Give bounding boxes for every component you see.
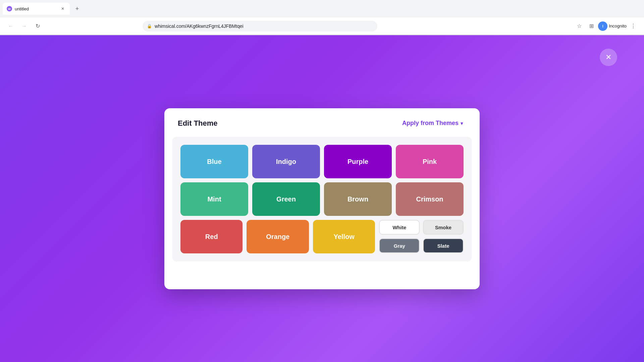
color-tile-red[interactable]: Red: [180, 220, 243, 253]
new-tab-button[interactable]: +: [72, 4, 82, 13]
extensions-button[interactable]: ⊞: [586, 21, 597, 32]
navigation-bar: ← → ↻ 🔒 whimsical.com/AKg6kwnzFgrnL4JFBM…: [0, 17, 644, 35]
address-bar[interactable]: 🔒 whimsical.com/AKg6kwnzFgrnL4JFBMtqei: [143, 21, 377, 32]
reload-button[interactable]: ↻: [32, 21, 43, 32]
color-tile-green[interactable]: Green: [252, 182, 320, 216]
tab-close-button[interactable]: ✕: [60, 6, 66, 12]
color-tile-mint[interactable]: Mint: [180, 182, 248, 216]
color-tile-crimson[interactable]: Crimson: [396, 182, 464, 216]
third-row: Red Orange Yellow White Smoke: [180, 220, 464, 253]
url-text: whimsical.com/AKg6kwnzFgrnL4JFBMtqei: [155, 23, 373, 29]
page-content: ✕ Edit Theme Apply from Themes ▾ Blue In…: [0, 35, 644, 362]
neutral-tile-smoke[interactable]: Smoke: [423, 220, 464, 235]
color-tile-purple[interactable]: Purple: [324, 145, 392, 178]
chevron-down-icon: ▾: [461, 121, 463, 126]
tab-title: untitled: [15, 6, 57, 11]
incognito-label[interactable]: Incognito: [609, 23, 627, 28]
modal-header: Edit Theme Apply from Themes ▾: [164, 108, 480, 137]
apply-from-themes-button[interactable]: Apply from Themes ▾: [399, 118, 466, 129]
warm-tiles: Red Orange Yellow: [180, 220, 375, 253]
browser-chrome: w untitled ✕ + ← → ↻ 🔒 whimsical.com/AKg…: [0, 0, 644, 35]
nav-right-controls: ☆ ⊞ I Incognito ⋮: [574, 21, 639, 32]
neutral-tile-gray[interactable]: Gray: [379, 238, 420, 253]
neutral-grid: White Smoke Gray Slate: [379, 220, 464, 253]
neutral-tile-white[interactable]: White: [379, 220, 420, 235]
back-button[interactable]: ←: [5, 21, 16, 32]
modal-title: Edit Theme: [178, 119, 218, 128]
menu-button[interactable]: ⋮: [628, 21, 639, 32]
active-tab[interactable]: w untitled ✕: [3, 3, 70, 15]
neutral-tile-slate[interactable]: Slate: [423, 238, 464, 253]
profile-avatar[interactable]: I: [598, 21, 607, 31]
forward-button[interactable]: →: [19, 21, 30, 32]
close-icon: ✕: [605, 53, 611, 62]
edit-theme-modal: Edit Theme Apply from Themes ▾ Blue Indi…: [164, 108, 480, 289]
color-grid-area: Blue Indigo Purple Pink Mint Green: [172, 137, 472, 261]
apply-themes-label: Apply from Themes: [402, 120, 459, 127]
color-tile-indigo[interactable]: Indigo: [252, 145, 320, 178]
color-tile-blue[interactable]: Blue: [180, 145, 248, 178]
color-tile-brown[interactable]: Brown: [324, 182, 392, 216]
close-dialog-button[interactable]: ✕: [600, 49, 617, 66]
modal-footer: [164, 269, 480, 278]
color-tile-pink[interactable]: Pink: [396, 145, 464, 178]
color-tile-orange[interactable]: Orange: [247, 220, 309, 253]
bookmark-button[interactable]: ☆: [574, 21, 585, 32]
tab-strip: w untitled ✕ +: [0, 0, 644, 17]
tab-favicon: w: [7, 6, 12, 11]
color-tile-yellow[interactable]: Yellow: [313, 220, 375, 253]
lock-icon: 🔒: [147, 24, 152, 28]
main-color-grid: Blue Indigo Purple Pink Mint Green: [180, 145, 464, 216]
